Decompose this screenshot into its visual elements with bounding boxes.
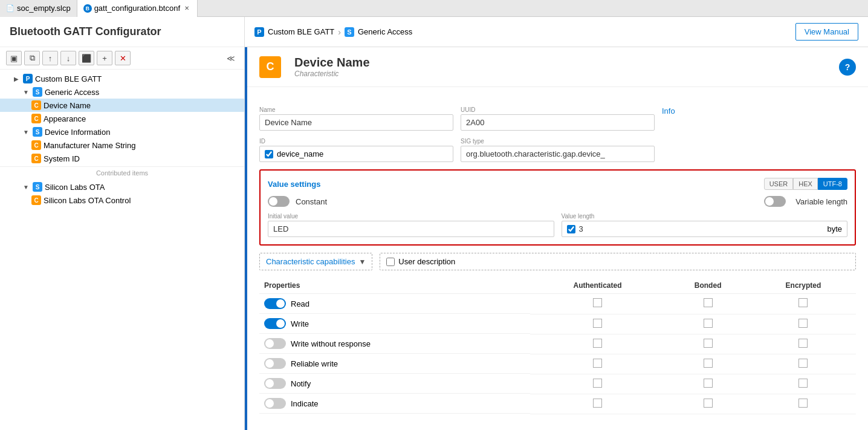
sigtype-input[interactable] <box>461 146 655 162</box>
toolbar-delete-btn[interactable]: ✕ <box>115 51 131 65</box>
indicate-encrypted-checkbox[interactable] <box>798 399 808 408</box>
write-toggle[interactable] <box>264 318 286 329</box>
indicate-toggle[interactable] <box>264 398 286 409</box>
rw-label: Reliable write <box>291 359 338 368</box>
value-settings-title: Value settings <box>268 180 320 189</box>
toolbar-copy-btn[interactable]: ⧉ <box>24 51 40 65</box>
value-length-label: Value length <box>562 213 848 220</box>
breadcrumb-sep: › <box>338 27 341 37</box>
tree-item-ota-control[interactable]: C Silicon Labs OTA Control <box>0 194 244 207</box>
value-length-wrapper: byte <box>562 221 848 237</box>
rw-bonded-checkbox[interactable] <box>704 359 713 368</box>
enc-user-btn[interactable]: USER <box>764 178 794 190</box>
value-length-checkbox[interactable] <box>567 225 575 233</box>
tree-item-system-id[interactable]: C System ID <box>0 152 244 165</box>
rw-auth-checkbox[interactable] <box>593 359 602 368</box>
rw-toggle[interactable] <box>264 358 286 369</box>
characteristic-title: Device Name <box>294 56 370 70</box>
sigtype-field: SIG type <box>461 138 655 162</box>
cap-header-row: Characteristic capabilities ▼ User descr… <box>259 253 856 270</box>
tree-label-sil-labs-ota: Silicon Labs OTA <box>45 183 105 192</box>
constant-toggle[interactable] <box>268 196 290 207</box>
tree-item-device-name[interactable]: C Device Name <box>0 99 244 112</box>
notify-bonded-cell <box>665 374 750 394</box>
wwr-encrypted-checkbox[interactable] <box>798 339 808 348</box>
tree-label-ota-control: Silicon Labs OTA Control <box>44 196 131 205</box>
enc-utf8-btn[interactable]: UTF-8 <box>818 178 847 190</box>
user-description-checkbox[interactable] <box>386 258 395 266</box>
id-value: device_name <box>277 149 323 158</box>
value-length-field: Value length byte <box>562 213 848 237</box>
badge-s-di: S <box>33 127 42 137</box>
tab-gatt-config[interactable]: B gatt_configuration.btconf ✕ <box>77 0 198 17</box>
read-toggle[interactable] <box>264 298 286 309</box>
rw-encrypted-checkbox[interactable] <box>798 359 808 368</box>
table-row: Read <box>259 294 856 314</box>
help-button[interactable]: ? <box>839 59 856 76</box>
table-row: Notify <box>259 374 856 394</box>
tree-item-sil-labs-ota[interactable]: ▼ S Silicon Labs OTA <box>0 180 244 194</box>
dropdown-arrow-icon: ▼ <box>358 258 366 266</box>
toolbar-move-btn[interactable]: ⬛ <box>79 51 94 65</box>
breadcrumb-part1: Custom BLE GATT <box>268 27 334 36</box>
tree-item-device-info[interactable]: ▼ S Device Information <box>0 125 244 138</box>
name-uuid-row: Name UUID Info <box>259 106 856 131</box>
enc-hex-btn[interactable]: HEX <box>793 178 818 190</box>
value-settings-header: Value settings USER HEX UTF-8 <box>268 178 847 190</box>
read-bonded-cell <box>665 294 750 314</box>
tab2-label: gatt_configuration.btconf <box>94 4 180 13</box>
read-encrypted-checkbox[interactable] <box>798 298 808 307</box>
initial-value-input[interactable] <box>268 221 554 237</box>
read-auth-checkbox[interactable] <box>593 298 602 307</box>
view-manual-button[interactable]: View Manual <box>795 23 858 41</box>
breadcrumb-s-icon: S <box>345 27 354 37</box>
toolbar-down-btn[interactable]: ↓ <box>60 51 76 65</box>
table-row: Write <box>259 314 856 334</box>
toolbar-up-btn[interactable]: ↑ <box>42 51 58 65</box>
expand-icon-di: ▼ <box>22 128 30 136</box>
notify-encrypted-checkbox[interactable] <box>798 379 808 388</box>
wwr-auth-checkbox[interactable] <box>593 339 602 348</box>
contributed-label: Contributed items <box>0 166 244 179</box>
write-bonded-checkbox[interactable] <box>704 319 713 328</box>
notify-auth-checkbox[interactable] <box>593 379 602 388</box>
write-encrypted-checkbox[interactable] <box>798 319 808 328</box>
notify-bonded-checkbox[interactable] <box>704 379 713 388</box>
uuid-label: UUID <box>461 106 655 113</box>
id-checkbox[interactable] <box>265 150 273 158</box>
uuid-input[interactable] <box>461 114 655 131</box>
user-description-label: User description <box>398 257 455 266</box>
toolbar-add-btn[interactable]: + <box>97 51 112 65</box>
tree-item-manufacturer-name[interactable]: C Manufacturer Name String <box>0 138 244 152</box>
read-bonded-checkbox[interactable] <box>704 298 713 307</box>
toolbar-save-btn[interactable]: ▣ <box>6 51 22 65</box>
notify-toggle[interactable] <box>264 378 286 389</box>
sidebar-toolbar: ▣ ⧉ ↑ ↓ ⬛ + ✕ ≪ <box>0 47 244 70</box>
tree-item-generic-access[interactable]: ▼ S Generic Access <box>0 85 244 99</box>
value-length-input[interactable] <box>579 224 824 233</box>
tab1-label: soc_empty.slcp <box>17 4 71 13</box>
wwr-bonded-checkbox[interactable] <box>704 339 713 348</box>
name-input[interactable] <box>259 114 453 131</box>
indicate-bonded-checkbox[interactable] <box>704 399 713 408</box>
indicate-auth-checkbox[interactable] <box>593 399 602 408</box>
variable-length-label: Variable length <box>795 197 847 206</box>
tree-item-custom-ble-gatt[interactable]: ▶ P Custom BLE GATT <box>0 72 244 85</box>
prop-wwr-cell: Write without response <box>259 334 530 354</box>
capabilities-dropdown[interactable]: Characteristic capabilities ▼ <box>259 253 372 270</box>
toggle-row-constant: Constant Variable length <box>268 196 847 207</box>
collapse-sidebar-btn[interactable]: ≪ <box>224 51 238 65</box>
notify-encrypted-cell <box>751 374 856 394</box>
indicate-label: Indicate <box>291 399 319 408</box>
user-description-field[interactable]: User description <box>380 253 856 270</box>
sigtype-label: SIG type <box>461 138 655 145</box>
notify-auth-cell <box>530 374 666 394</box>
variable-length-toggle[interactable] <box>764 196 786 207</box>
name-field: Name <box>259 106 453 131</box>
tree-item-appearance[interactable]: C Appearance <box>0 112 244 125</box>
tab-close-button[interactable]: ✕ <box>183 4 191 13</box>
write-auth-checkbox[interactable] <box>593 319 602 328</box>
tree-label-appearance: Appearance <box>44 114 86 123</box>
wwr-toggle[interactable] <box>264 338 286 349</box>
tab-soc-empty[interactable]: 📄 soc_empty.slcp <box>0 0 77 17</box>
